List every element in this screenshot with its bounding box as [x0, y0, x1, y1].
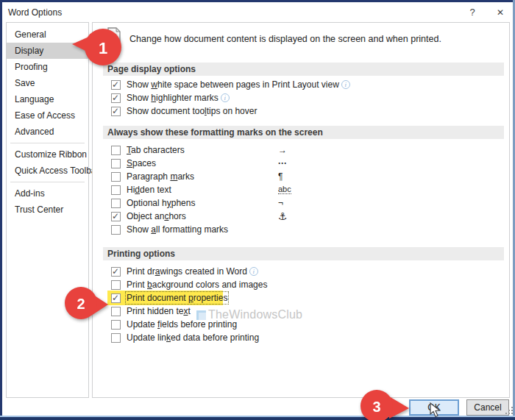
checkbox-show-white-space[interactable]	[111, 80, 121, 90]
option-row: Hidden text abc	[111, 183, 171, 196]
checkbox-label-update-linked-data[interactable]: Update linked data before printing	[127, 332, 259, 343]
checkbox-label-print-hidden-text[interactable]: Print hidden text	[127, 306, 191, 316]
checkbox-show-highlighter-marks[interactable]	[111, 93, 121, 103]
checkbox-print-background-colors[interactable]	[111, 280, 121, 290]
option-row: Tab characters →	[111, 143, 185, 157]
options-sidebar: General Display Proofing Save Language E…	[6, 22, 89, 398]
title-bar: Word Options ? ✕	[2, 2, 513, 22]
option-row: Optional hyphens ¬	[111, 196, 195, 210]
cancel-button[interactable]: Cancel	[466, 399, 509, 416]
window-border-top	[0, 0, 515, 2]
section-header-page-display: Page display options	[103, 63, 504, 76]
checkbox-label-hidden-text[interactable]: Hidden text	[127, 185, 171, 195]
checkbox-print-hidden-text[interactable]	[111, 307, 121, 316]
option-row: Object anchors ⚓	[111, 210, 186, 223]
info-icon[interactable]: i	[341, 80, 350, 89]
option-row: Show all formatting marks	[111, 223, 228, 236]
checkbox-label-show-document-tooltips[interactable]: Show document tooltips on hover	[127, 106, 257, 116]
checkbox-hidden-text[interactable]	[111, 185, 121, 195]
panel-description: Change how document content is displayed…	[129, 34, 441, 44]
option-row: Print drawings created in Word i	[111, 265, 258, 278]
display-options-panel: Change how document content is displayed…	[92, 22, 510, 398]
checkbox-label-show-white-space[interactable]: Show white space between pages in Print …	[127, 79, 339, 90]
checkbox-print-drawings[interactable]	[111, 267, 121, 277]
checkbox-label-print-drawings[interactable]: Print drawings created in Word	[127, 266, 247, 277]
close-button[interactable]: ✕	[491, 5, 510, 20]
checkbox-label-print-background-colors[interactable]: Print background colors and images	[127, 280, 267, 290]
window-title: Word Options	[8, 7, 62, 18]
sidebar-item-save[interactable]: Save	[7, 75, 88, 91]
info-icon[interactable]: i	[221, 93, 230, 102]
resize-grip[interactable]	[505, 407, 513, 415]
checkbox-spaces[interactable]	[111, 159, 121, 168]
checkbox-label-tab-characters[interactable]: Tab characters	[127, 145, 185, 155]
annotation-step-1-number: 1	[99, 39, 107, 57]
sidebar-item-trust-center[interactable]: Trust Center	[7, 202, 88, 218]
annotation-step-3-number: 3	[372, 399, 380, 415]
sidebar-item-ease-of-access[interactable]: Ease of Access	[7, 107, 88, 124]
window-border-left	[0, 0, 2, 416]
option-row: Print background colors and images	[111, 278, 267, 291]
option-row: Update fields before printing	[111, 318, 237, 331]
sidebar-divider	[10, 143, 85, 143]
section-header-formatting-marks: Always show these formatting marks on th…	[103, 126, 504, 139]
annotation-step-3: 3	[358, 389, 410, 420]
checkbox-label-object-anchors[interactable]: Object anchors	[127, 211, 186, 221]
annotation-step-2: 2	[63, 287, 109, 321]
sidebar-divider	[10, 182, 85, 182]
sidebar-item-language[interactable]: Language	[7, 91, 88, 107]
option-row: Paragraph marks ¶	[111, 170, 194, 183]
checkbox-label-show-highlighter-marks[interactable]: Show highlighter marks	[127, 93, 219, 103]
tab-mark-symbol: →	[278, 145, 287, 155]
checkbox-update-fields[interactable]	[111, 320, 121, 330]
annotation-step-1: 1	[71, 28, 122, 68]
mouse-cursor-icon	[430, 402, 441, 419]
option-row: Show document tooltips on hover	[111, 104, 257, 118]
checkbox-show-all-formatting-marks[interactable]	[111, 225, 121, 235]
checkbox-label-spaces[interactable]: Spaces	[127, 158, 156, 168]
option-row: Spaces ···	[111, 157, 156, 170]
checkbox-label-paragraph-marks[interactable]: Paragraph marks	[127, 171, 194, 182]
sidebar-item-customize-ribbon[interactable]: Customize Ribbon	[7, 146, 88, 163]
option-row-highlighted: Print document properties	[111, 291, 227, 305]
option-row: Print hidden text	[111, 305, 191, 318]
sidebar-item-quick-access-toolbar[interactable]: Quick Access Toolbar	[7, 163, 88, 179]
checkbox-update-linked-data[interactable]	[111, 333, 121, 343]
option-row: Show highlighter marks i	[111, 91, 230, 104]
checkbox-label-optional-hyphens[interactable]: Optional hyphens	[127, 198, 195, 208]
checkbox-show-document-tooltips[interactable]	[111, 107, 121, 116]
annotation-step-2-number: 2	[77, 296, 85, 312]
optional-hyphen-symbol: ¬	[278, 198, 283, 208]
sidebar-item-add-ins[interactable]: Add-ins	[7, 185, 88, 202]
help-button[interactable]: ?	[463, 5, 482, 20]
space-mark-symbol: ···	[278, 158, 287, 168]
anchor-symbol: ⚓	[278, 210, 288, 222]
checkbox-label-show-all-formatting-marks[interactable]: Show all formatting marks	[127, 224, 228, 235]
section-header-printing-options: Printing options	[103, 247, 504, 260]
option-row: Update linked data before printing	[111, 331, 259, 344]
info-icon[interactable]: i	[249, 267, 258, 276]
checkbox-object-anchors[interactable]	[111, 212, 121, 221]
checkbox-optional-hyphens[interactable]	[111, 199, 121, 208]
checkbox-label-update-fields[interactable]: Update fields before printing	[127, 319, 237, 330]
sidebar-item-advanced[interactable]: Advanced	[7, 124, 88, 140]
checkbox-print-document-properties[interactable]	[111, 293, 121, 303]
hidden-text-symbol: abc	[278, 185, 291, 194]
option-row: Show white space between pages in Print …	[111, 78, 350, 91]
checkbox-paragraph-marks[interactable]	[111, 172, 121, 182]
checkbox-label-print-document-properties[interactable]: Print document properties	[127, 293, 227, 303]
paragraph-mark-symbol: ¶	[278, 171, 283, 182]
checkbox-tab-characters[interactable]	[111, 146, 121, 155]
